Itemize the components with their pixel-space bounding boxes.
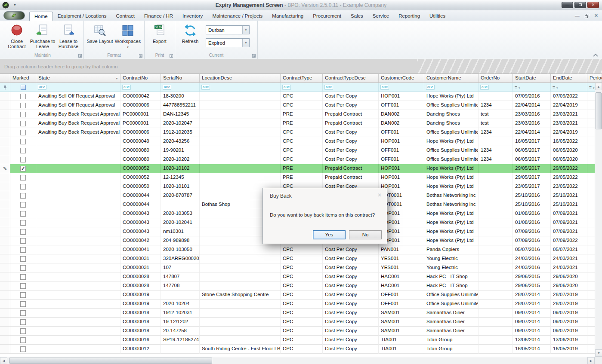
marked-checkbox[interactable] [20,346,26,352]
close-button[interactable]: ✕ [587,2,599,8]
vertical-scrollbar-thumb[interactable] [596,92,602,129]
table-row[interactable]: CO000001819-12/1202CPCCost Per CopySAM00… [0,318,602,327]
marked-checkbox[interactable] [20,211,26,217]
marked-checkbox[interactable] [20,139,26,144]
scroll-left-icon[interactable]: ◀ [0,357,7,364]
marked-checkbox[interactable] [20,103,26,108]
table-row[interactable]: CO0000031107CPCCost Per CopyYES001Young … [0,263,602,272]
filter-cell-serialNo[interactable]: aBc [161,83,200,92]
equals-filter-icon[interactable]: =▼ [589,85,595,90]
filter-cell-startDate[interactable]: =▼ [513,83,551,92]
marked-checkbox[interactable] [20,229,26,235]
marked-checkbox[interactable]: ✓ [20,166,26,171]
lease-to-purchase-button[interactable]: Lease to Purchase [56,22,81,49]
marked-checkbox[interactable] [20,193,26,199]
collapse-ribbon-icon[interactable] [593,53,599,57]
table-row[interactable]: CO0000028147708CPCCost Per CopyHAC001Hac… [0,281,602,291]
yes-button[interactable]: Yes [313,230,346,239]
marked-checkbox[interactable] [20,112,26,117]
marked-checkbox[interactable] [20,238,26,244]
scroll-right-icon[interactable]: ▶ [587,357,595,364]
marked-checkbox[interactable] [20,220,26,226]
table-row[interactable]: CO0000012South Riding Centre - First Flo… [0,345,602,354]
tab-finance-hr[interactable]: Finance / HR [139,12,178,21]
table-row[interactable]: CO000001820-147258CPCCost Per CopySAM001… [0,327,602,336]
column-header-serialNo[interactable]: SerialNo [161,74,200,83]
scroll-down-icon[interactable]: ▼ [595,349,602,357]
chevron-down-icon[interactable]: ▼ [242,39,249,47]
column-header-state[interactable]: State▼ [36,74,120,83]
marked-checkbox[interactable] [20,130,26,135]
scroll-up-icon[interactable]: ▲ [595,83,602,90]
refresh-button[interactable]: Refresh [177,22,203,44]
current-dialog-launcher-icon[interactable] [252,54,256,58]
tab-service[interactable]: Service [368,12,394,21]
filter-cell-customerName[interactable]: aBc [424,83,479,92]
table-row[interactable]: CO00000192020-10204CPCCost Per CopyOFF00… [0,300,602,309]
tab-equipment-locations[interactable]: Equipment / Locations [53,12,111,21]
marked-checkbox[interactable] [20,292,26,298]
table-row[interactable]: CO00000412020-103050CPCCost Per CopyPAN0… [0,245,602,254]
purchase-to-lease-button[interactable]: Purchase to Lease [30,22,56,49]
marked-checkbox[interactable] [20,94,26,99]
filter-cell-contractNo[interactable]: aBc [120,83,161,92]
table-row[interactable]: CO00000802020-10202CPCCost Per CopyOFF00… [0,155,602,164]
mdi-restore-icon[interactable] [585,14,589,18]
table-row[interactable]: CO0000031320AREG000205CPCCost Per CopyYE… [0,254,602,263]
column-header-marked[interactable]: Marked [10,74,36,83]
table-row[interactable]: CO0000019Stone Castle Shopping CentreCPC… [0,291,602,300]
table-row[interactable]: CO00000492020-43256CPCCost Per CopyHOP00… [0,137,602,146]
filter-cell-marked[interactable] [10,83,36,92]
table-row[interactable]: Awaiting Sell Off Request ApprovalCO0000… [0,101,602,110]
tab-reporting[interactable]: Reporting [394,12,425,21]
filter-cell-orderNo[interactable]: aBc [479,83,513,92]
save-layout-button[interactable]: Save Layout [86,22,114,44]
column-header-endDate[interactable]: EndDate [551,74,587,83]
table-row[interactable]: ✎✓CO00000521020-10102PREPrepaid Contract… [0,164,602,173]
filter-cell-locationDesc[interactable]: aBc [200,83,281,92]
vertical-scrollbar[interactable]: ▲ ▼ [595,83,602,357]
filter-cell-customerCode[interactable]: aBc [379,83,424,92]
tab-manufacturing[interactable]: Manufacturing [267,12,308,21]
column-header-period[interactable]: Period [587,74,602,83]
table-row[interactable]: CO000008019-90201CPCCost Per CopyOFF001O… [0,146,602,155]
marked-checkbox[interactable] [20,328,26,334]
table-row[interactable]: CO000005212-12345PREPrepaid ContractHOP0… [0,173,602,182]
column-header-contractType[interactable]: ContractType [281,74,323,83]
column-filter-icon[interactable]: ▼ [115,77,118,80]
column-header-customerName[interactable]: CustomerName [424,74,479,83]
tab-home[interactable]: Home [29,12,53,21]
tab-procurement[interactable]: Procurement [308,12,346,21]
marked-checkbox[interactable] [20,274,26,280]
column-header-orderNo[interactable]: OrderNo [479,74,513,83]
marked-checkbox[interactable] [20,247,26,253]
marked-checkbox[interactable] [20,202,26,208]
tab-contract[interactable]: Contract [111,12,139,21]
table-row[interactable]: Awaiting Buy Back Request ApprovalPC0000… [0,119,602,128]
filter-cell-contractType[interactable]: aBc [281,83,323,92]
marked-checkbox[interactable] [20,121,26,126]
marked-checkbox[interactable] [20,265,26,271]
dialog-close-icon[interactable]: ✕ [377,192,382,198]
table-row[interactable]: CO0000016SP19-12185274CPCCost Per CopyTI… [0,336,602,345]
tab-utilities[interactable]: Utilities [425,12,450,21]
column-header-contractTypeDesc[interactable]: ContractTypeDesc [323,74,379,83]
marked-checkbox[interactable] [20,301,26,307]
horizontal-scrollbar[interactable]: ◀ ▶ [0,357,595,364]
format-dialog-launcher-icon[interactable] [139,54,142,58]
column-header-startDate[interactable]: StartDate [513,74,551,83]
horizontal-scrollbar-thumb[interactable] [9,358,212,364]
marked-checkbox[interactable] [20,319,26,325]
maintain-dialog-launcher-icon[interactable] [78,54,82,58]
quick-access-dropdown-icon[interactable]: ▼ [13,3,16,6]
marked-checkbox[interactable] [20,256,26,262]
equals-filter-icon[interactable]: =▼ [515,85,521,90]
tab-maintenance-projects[interactable]: Maintenance / Projects [207,12,267,21]
table-row[interactable]: Awaiting Buy Back Request ApprovalCO0000… [0,128,602,137]
marked-checkbox[interactable] [20,175,26,180]
minimize-button[interactable]: — [562,2,573,8]
print-dialog-launcher-icon[interactable] [170,54,173,58]
branch-dropdown[interactable]: Durban ▼ [206,25,250,34]
equals-filter-icon[interactable]: =▼ [553,85,559,90]
marked-filter-checkbox-icon[interactable] [21,85,26,90]
